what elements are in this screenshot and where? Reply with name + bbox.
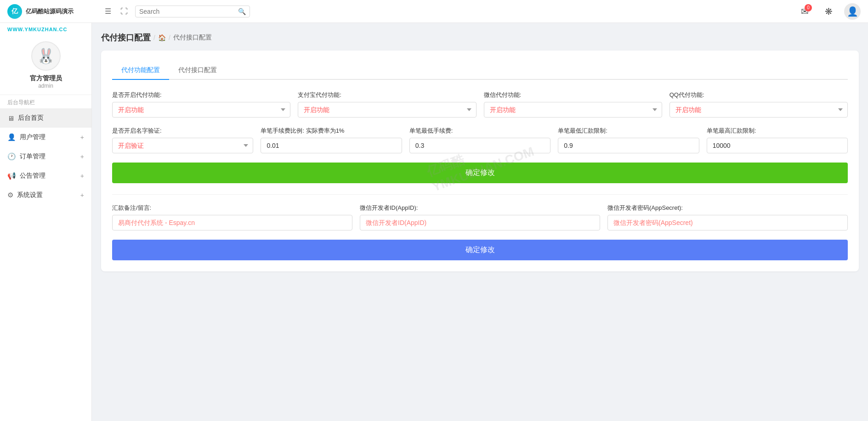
user-icon: 👤 bbox=[7, 133, 16, 141]
logo-area: 亿 亿码酷站源码演示 bbox=[7, 4, 99, 19]
label-min-fee: 单笔最低手续费: bbox=[409, 127, 550, 135]
input-min-limit[interactable] bbox=[558, 138, 699, 153]
page-title: 代付接口配置 bbox=[101, 32, 151, 43]
sidebar-item-label: 公告管理 bbox=[20, 172, 80, 180]
expand-icon: + bbox=[80, 153, 84, 160]
select-enable-pay[interactable]: 开启功能 bbox=[112, 102, 290, 118]
section-divider bbox=[112, 194, 848, 195]
form-group-max-limit: 单笔最高汇款限制: bbox=[707, 127, 848, 153]
label-qq: QQ代付功能: bbox=[669, 91, 848, 99]
select-qq[interactable]: 开启功能 bbox=[669, 102, 848, 118]
sidebar-item-label: 订单管理 bbox=[20, 152, 80, 161]
label-appid: 微信开发者ID(AppID): bbox=[360, 204, 600, 212]
form-group-appid: 微信开发者ID(AppID): bbox=[360, 204, 600, 230]
top-header: 亿 亿码酷站源码演示 ☰ ⛶ 🔍 ✉ 0 ❋ 👤 bbox=[0, 0, 868, 23]
form-group-wechat: 微信代付功能: 开启功能 bbox=[484, 91, 662, 118]
form-group-name-verify: 是否开启名字验证: 开启验证 bbox=[112, 127, 253, 153]
tab-interface-config[interactable]: 代付接口配置 bbox=[169, 62, 226, 80]
sidebar: WWW.YMKUZHAN.CC 🐰 官方管理员 admin 后台导航栏 🖥 后台… bbox=[0, 23, 92, 421]
mail-icon-button[interactable]: ✉ 0 bbox=[796, 3, 813, 20]
form-row-1: 是否开启代付功能: 开启功能 支付宝代付功能: 开启功能 微信代付功能: 开启功… bbox=[112, 91, 848, 118]
sidebar-username: 官方管理员 bbox=[30, 74, 62, 83]
user-avatar[interactable]: 👤 bbox=[844, 3, 861, 20]
sidebar-watermark: WWW.YMKUZHAN.CC bbox=[0, 23, 91, 34]
sidebar-avatar: 🐰 bbox=[31, 41, 61, 71]
tab-feature-config[interactable]: 代付功能配置 bbox=[112, 62, 169, 80]
label-name-verify: 是否开启名字验证: bbox=[112, 127, 253, 135]
expand-icon: + bbox=[80, 191, 84, 199]
select-name-verify[interactable]: 开启验证 bbox=[112, 138, 253, 153]
form-group-remark: 汇款备注/留言: bbox=[112, 204, 352, 230]
logo-icon: 亿 bbox=[7, 4, 22, 19]
form-row-2: 是否开启名字验证: 开启验证 单笔手续费比例: 实际费率为1% 单笔最低手续费:… bbox=[112, 127, 848, 153]
label-appsecret: 微信开发者密码(AppSecret): bbox=[607, 204, 848, 212]
select-wechat[interactable]: 开启功能 bbox=[484, 102, 662, 118]
sidebar-item-label: 后台首页 bbox=[18, 114, 84, 122]
form-row-3: 汇款备注/留言: 微信开发者ID(AppID): 微信开发者密码(AppSecr… bbox=[112, 204, 848, 230]
sidebar-item-label: 系统设置 bbox=[17, 191, 80, 199]
apps-icon-button[interactable]: ❋ bbox=[820, 3, 837, 20]
input-max-limit[interactable] bbox=[707, 138, 848, 153]
sidebar-item-announcements[interactable]: 📢 公告管理 + bbox=[0, 166, 91, 185]
form-group-min-fee: 单笔最低手续费: bbox=[409, 127, 550, 153]
breadcrumb-home-link[interactable]: 🏠 bbox=[158, 34, 166, 41]
header-controls: ☰ ⛶ 🔍 bbox=[103, 5, 250, 17]
main-card: 亿码酷YMKUZHAN.COM 代付功能配置 代付接口配置 是否开启代付功能: … bbox=[101, 51, 859, 271]
label-wechat: 微信代付功能: bbox=[484, 91, 662, 99]
expand-icon: + bbox=[80, 134, 84, 141]
announcement-icon: 📢 bbox=[7, 172, 16, 180]
mail-badge: 0 bbox=[805, 4, 812, 11]
form-group-alipay: 支付宝代付功能: 开启功能 bbox=[298, 91, 476, 118]
label-max-limit: 单笔最高汇款限制: bbox=[707, 127, 848, 135]
sidebar-item-home[interactable]: 🖥 后台首页 bbox=[0, 108, 91, 128]
order-icon: 🕐 bbox=[7, 152, 16, 161]
form-group-enable-pay: 是否开启代付功能: 开启功能 bbox=[112, 91, 290, 118]
sidebar-nav-label: 后台导航栏 bbox=[0, 95, 91, 108]
feature-config-section: 是否开启代付功能: 开启功能 支付宝代付功能: 开启功能 微信代付功能: 开启功… bbox=[112, 91, 848, 194]
sidebar-item-orders[interactable]: 🕐 订单管理 + bbox=[0, 147, 91, 166]
label-remark: 汇款备注/留言: bbox=[112, 204, 352, 212]
expand-icon: + bbox=[80, 172, 84, 180]
sidebar-role: admin bbox=[38, 83, 53, 89]
logo-text: 亿码酷站源码演示 bbox=[26, 7, 74, 16]
fullscreen-button[interactable]: ⛶ bbox=[119, 6, 130, 17]
sidebar-item-label: 用户管理 bbox=[20, 133, 80, 141]
menu-toggle-button[interactable]: ☰ bbox=[103, 5, 113, 17]
label-fee-rate: 单笔手续费比例: 实际费率为1% bbox=[261, 127, 402, 135]
select-alipay[interactable]: 开启功能 bbox=[298, 102, 476, 118]
label-enable-pay: 是否开启代付功能: bbox=[112, 91, 290, 99]
breadcrumb-current: 代付接口配置 bbox=[173, 34, 212, 42]
header-right: ✉ 0 ❋ 👤 bbox=[796, 3, 861, 20]
form-group-qq: QQ代付功能: 开启功能 bbox=[669, 91, 848, 118]
tab-bar: 代付功能配置 代付接口配置 bbox=[112, 62, 848, 80]
breadcrumb-separator: / bbox=[153, 34, 155, 41]
breadcrumb-separator2: / bbox=[169, 34, 170, 41]
search-input[interactable] bbox=[139, 8, 238, 15]
input-min-fee[interactable] bbox=[409, 138, 550, 153]
form-group-appsecret: 微信开发者密码(AppSecret): bbox=[607, 204, 848, 230]
sidebar-item-settings[interactable]: ⚙ 系统设置 + bbox=[0, 185, 91, 205]
search-box: 🔍 bbox=[135, 6, 250, 17]
submit-button-2[interactable]: 确定修改 bbox=[112, 240, 848, 260]
interface-config-section: 汇款备注/留言: 微信开发者ID(AppID): 微信开发者密码(AppSecr… bbox=[112, 204, 848, 260]
form-group-min-limit: 单笔最低汇款限制: bbox=[558, 127, 699, 153]
label-alipay: 支付宝代付功能: bbox=[298, 91, 476, 99]
form-group-fee-rate: 单笔手续费比例: 实际费率为1% bbox=[261, 127, 402, 153]
sidebar-user: 🐰 官方管理员 admin bbox=[0, 34, 91, 95]
input-fee-rate[interactable] bbox=[261, 138, 402, 153]
label-min-limit: 单笔最低汇款限制: bbox=[558, 127, 699, 135]
main-content: 代付接口配置 / 🏠 / 代付接口配置 亿码酷YMKUZHAN.COM 代付功能… bbox=[92, 23, 868, 421]
home-icon: 🖥 bbox=[7, 114, 14, 122]
input-appsecret[interactable] bbox=[607, 215, 848, 230]
input-remark[interactable] bbox=[112, 215, 352, 230]
search-icon: 🔍 bbox=[238, 8, 246, 15]
settings-icon: ⚙ bbox=[7, 191, 13, 199]
breadcrumb: 代付接口配置 / 🏠 / 代付接口配置 bbox=[101, 32, 859, 43]
input-appid[interactable] bbox=[360, 215, 600, 230]
submit-button-1[interactable]: 确定修改 bbox=[112, 163, 848, 183]
sidebar-item-users[interactable]: 👤 用户管理 + bbox=[0, 128, 91, 147]
